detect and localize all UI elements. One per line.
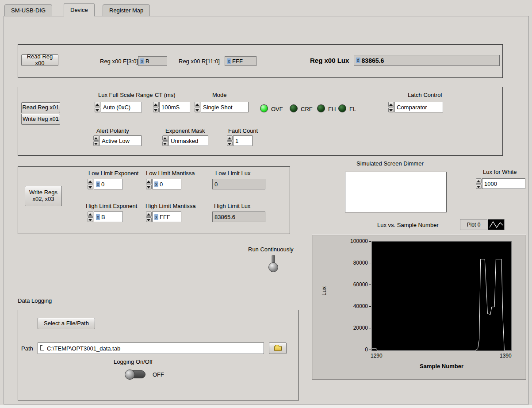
mode-value[interactable]: Single Shot: [201, 102, 249, 112]
increment-icon[interactable]: [195, 102, 200, 107]
low-limit-lux-label: Low Limit Lux: [215, 170, 250, 177]
path-type-icon: [40, 346, 44, 350]
radix-hex-icon: x: [140, 58, 144, 64]
chart-x-axis-label: Sample Number: [371, 363, 512, 370]
decrement-icon[interactable]: [195, 108, 200, 113]
reg00-r-value: FFF: [232, 58, 243, 65]
low-limit-exponent-spinner[interactable]: [88, 179, 93, 189]
tick-mark: [369, 350, 371, 350]
write-regs-x02-x03-button[interactable]: Write Regs x02, x03: [25, 186, 62, 206]
browse-button[interactable]: [269, 343, 287, 354]
logging-on-off-label: Logging On/Off: [114, 358, 153, 365]
led-ovf: [260, 104, 268, 112]
logging-switch[interactable]: [125, 370, 145, 378]
increment-icon[interactable]: [88, 179, 93, 184]
decrement-icon[interactable]: [388, 108, 394, 113]
fault-count-spinner[interactable]: [227, 135, 233, 146]
mode-label: Mode: [212, 92, 227, 98]
increment-icon[interactable]: [162, 135, 168, 141]
y-tick: 80000: [346, 260, 368, 266]
tick-mark: [369, 328, 371, 328]
tab-register-map[interactable]: Register Map: [103, 4, 150, 16]
high-limit-exponent-spinner[interactable]: [88, 212, 93, 222]
switch-knob-icon[interactable]: [268, 262, 278, 272]
y-tick: 100000: [346, 238, 368, 244]
led-fh-label: FH: [328, 106, 336, 112]
tab-sm-usb-dig[interactable]: SM-USB-DIG: [4, 4, 52, 16]
select-file-path-button[interactable]: Select a File/Path: [38, 318, 95, 329]
reg00-lux-label: Reg x00 Lux: [310, 57, 349, 64]
increment-icon[interactable]: [388, 102, 394, 107]
tab-device[interactable]: Device: [64, 3, 95, 16]
mode-spinner[interactable]: [195, 102, 200, 112]
low-limit-mantissa-label: Low Limit Mantissa: [146, 170, 195, 177]
decrement-icon[interactable]: [95, 108, 100, 113]
tick-mark: [369, 306, 371, 307]
increment-icon[interactable]: [476, 178, 482, 184]
led-ovf-label: OVF: [271, 106, 283, 112]
high-limit-mantissa-spinner[interactable]: [146, 212, 152, 222]
increment-icon[interactable]: [153, 102, 159, 107]
y-tick: 0: [346, 346, 368, 353]
decrement-icon[interactable]: [476, 184, 482, 189]
increment-icon[interactable]: [227, 135, 233, 141]
y-tick: 20000: [346, 325, 368, 331]
decrement-icon[interactable]: [146, 217, 152, 223]
plot0-legend-icon[interactable]: [488, 219, 505, 230]
decrement-icon[interactable]: [88, 217, 93, 223]
full-scale-spinner[interactable]: [95, 102, 100, 112]
radix-decimal-icon: d: [356, 58, 360, 63]
latch-control-value[interactable]: Comparator: [394, 102, 443, 112]
decrement-icon[interactable]: [146, 185, 152, 190]
fault-count-value[interactable]: 1: [233, 135, 253, 146]
run-continuously-switch[interactable]: [268, 255, 279, 273]
led-fl: [338, 104, 346, 112]
screen-dimmer: [345, 172, 447, 212]
switch-knob-icon[interactable]: [125, 370, 135, 380]
reg00-e-indicator: x B: [138, 56, 167, 66]
reg00-r-label: Reg x00 R[11:0]: [179, 58, 220, 65]
reg00-e-value: B: [145, 58, 149, 65]
increment-icon[interactable]: [146, 179, 152, 184]
write-reg-x01-button[interactable]: Write Reg x01: [21, 114, 60, 125]
full-scale-value[interactable]: Auto (0xC): [101, 102, 142, 112]
low-limit-mantissa-spinner[interactable]: [146, 179, 152, 189]
exponent-mask-spinner[interactable]: [162, 135, 168, 146]
alert-polarity-spinner[interactable]: [93, 135, 99, 146]
high-limit-exponent-value[interactable]: x B: [94, 212, 123, 222]
read-reg-x01-button[interactable]: Read Reg x01: [21, 102, 60, 113]
latch-control-spinner[interactable]: [388, 102, 394, 112]
increment-icon[interactable]: [95, 102, 100, 107]
led-fl-label: FL: [349, 106, 356, 112]
radix-hex-icon: x: [227, 58, 231, 64]
decrement-icon[interactable]: [162, 141, 168, 146]
decrement-icon[interactable]: [88, 185, 93, 190]
ct-value[interactable]: 100mS: [159, 102, 190, 112]
tick-mark: [369, 241, 371, 242]
decrement-icon[interactable]: [93, 141, 99, 146]
radix-hex-icon: x: [96, 181, 100, 187]
low-limit-mantissa-value[interactable]: x 0: [152, 179, 181, 189]
plot0-legend-label[interactable]: Plot 0: [460, 219, 487, 230]
lux-for-white-value[interactable]: 1000: [482, 178, 525, 189]
high-limit-mantissa-value[interactable]: x FFF: [152, 212, 181, 222]
alert-polarity-label: Alert Polarity: [96, 127, 129, 134]
y-tick: 40000: [346, 303, 368, 309]
lux-for-white-spinner[interactable]: [476, 178, 482, 189]
increment-icon[interactable]: [93, 135, 99, 141]
decrement-icon[interactable]: [153, 108, 159, 113]
path-input[interactable]: C:\TEMP\OPT3001_data.tab: [38, 343, 264, 354]
low-limit-exponent-value[interactable]: x 0: [94, 179, 123, 189]
increment-icon[interactable]: [88, 212, 93, 217]
exponent-mask-value[interactable]: Unmasked: [168, 135, 208, 146]
ct-spinner[interactable]: [153, 102, 159, 112]
reg00-e-label: Reg x00 E[3:0]: [100, 58, 138, 65]
read-reg-x00-button[interactable]: Read Reg x00: [21, 54, 58, 66]
increment-icon[interactable]: [146, 212, 152, 217]
decrement-icon[interactable]: [227, 141, 233, 146]
chart-y-axis-label: Lux: [321, 286, 327, 296]
browse-folder-icon: [274, 346, 282, 351]
data-logging-label: Data Logging: [18, 297, 52, 304]
alert-polarity-value[interactable]: Active Low: [100, 135, 142, 146]
path-value[interactable]: C:\TEMP\OPT3001_data.tab: [47, 345, 120, 352]
